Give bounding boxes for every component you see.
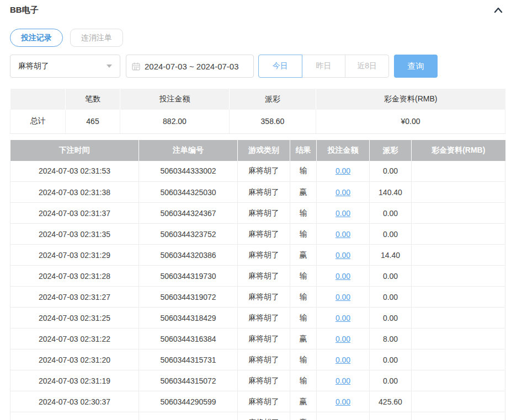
bet-amount-link[interactable]: 0.00 [335,314,350,322]
cell-order-number: 5060344315731 [139,349,238,370]
cell-result: 赢 [290,329,317,349]
cell-order-number: 5060344319072 [139,287,238,308]
table-row: 2024-07-03 02:31:37 5060344324367 麻将胡了 输… [10,203,505,224]
cell-order-number: 5060344323752 [139,224,238,245]
cell-order-number: 5060344280634 [139,412,238,420]
cell-payout: 425.60 [370,391,412,412]
bet-amount-link[interactable]: 0.00 [335,356,350,364]
cell-game-category: 麻将胡了 [238,287,290,308]
cell-jackpot [412,329,505,349]
summary-total-jackpot: ¥0.00 [316,110,505,133]
cell-payout: -0.50 [370,412,412,420]
cell-order-number: 5060344324367 [139,203,238,224]
cell-bet-time: 2024-07-03 02:30:21 [10,412,139,420]
summary-total-row: 总计 465 882.00 358.60 ¥0.00 [10,110,505,133]
cell-payout: 0.00 [370,224,412,245]
cell-bet-amount: 0.00 [317,287,370,308]
cell-game-category: 麻将胡了 [238,308,290,329]
cell-payout: 0.00 [370,203,412,224]
table-row: 2024-07-03 02:31:25 5060344318429 麻将胡了 输… [10,308,505,329]
bet-amount-link[interactable]: 0.00 [335,251,350,260]
cell-bet-amount: 0.00 [317,370,370,391]
cell-bet-amount: 0.00 [317,391,370,412]
cell-game-category: 麻将胡了 [238,329,290,349]
cell-order-number: 5060344333002 [139,161,238,182]
cell-result: 输 [290,308,317,329]
date-range-value: 2024-07-03 ~ 2024-07-03 [145,62,239,71]
summary-total-bet: 882.00 [120,110,230,133]
record-type-tabs: 投注记录 连消注单 [10,29,506,47]
panel-title: BB电子 [10,5,39,15]
records-header-jackpot: 彩金资料(RMB) [412,140,505,161]
cell-bet-time: 2024-07-03 02:31:25 [10,308,139,329]
cell-bet-amount: 0.00 [317,161,370,182]
bet-amount-link[interactable]: 0.00 [335,166,350,175]
quick-range-today[interactable]: 今日 [258,55,302,78]
summary-header-jackpot: 彩金资料(RMB) [316,89,505,110]
cell-bet-amount: 0.00 [317,349,370,370]
summary-table: 笔数 投注金额 派彩 彩金资料(RMB) 总计 465 882.00 358.6… [10,89,505,134]
bet-amount-link[interactable]: 0.00 [335,376,350,385]
cell-result: 输 [290,224,317,245]
cell-game-category: 麻将胡了 [238,370,290,391]
cell-jackpot [412,266,505,287]
bet-amount-link[interactable]: 0.00 [335,397,350,406]
bet-amount-link[interactable]: 0.00 [335,188,350,197]
game-select-value: 麻将胡了 [18,61,49,71]
cell-game-category: 麻将胡了 [238,412,290,420]
bet-records-panel: BB电子 投注记录 连消注单 麻将胡了 2024-07-03 ~ 2024-07… [0,0,506,420]
records-header-order: 注单编号 [139,140,238,161]
quick-range-group: 今日 昨日 近8日 [258,55,389,78]
cell-order-number: 5060344315072 [139,370,238,391]
cell-jackpot [412,391,505,412]
cell-result: 赢 [290,412,317,420]
bet-amount-link[interactable]: 0.00 [335,335,350,343]
cell-bet-amount: 0.00 [317,266,370,287]
records-table-body: 2024-07-03 02:31:53 5060344333002 麻将胡了 输… [10,161,505,420]
cell-bet-amount: 0.00 [317,308,370,329]
bet-amount-link[interactable]: 0.00 [335,293,350,301]
cell-jackpot [412,203,505,224]
cell-jackpot [412,245,505,266]
collapse-panel-button[interactable] [492,4,505,15]
table-row: 2024-07-03 02:31:38 5060344325030 麻将胡了 赢… [10,182,505,203]
cell-payout: 0.00 [370,308,412,329]
summary-header-count: 笔数 [66,89,120,110]
cell-order-number: 5060344290599 [139,391,238,412]
table-row: 2024-07-03 02:31:27 5060344319072 麻将胡了 输… [10,287,505,308]
bet-amount-link[interactable]: 0.00 [335,272,350,281]
quick-range-yesterday[interactable]: 昨日 [302,55,346,78]
cell-order-number: 5060344316384 [139,329,238,349]
bet-amount-link[interactable]: 0.00 [335,230,350,239]
cell-jackpot [412,161,505,182]
summary-header-payout: 派彩 [230,89,316,110]
summary-total-count: 465 [66,110,120,133]
search-button[interactable]: 查询 [394,55,438,78]
cell-game-category: 麻将胡了 [238,182,290,203]
tab-bet-records[interactable]: 投注记录 [10,29,63,47]
caret-down-icon [106,64,112,68]
date-range-input[interactable]: 2024-07-03 ~ 2024-07-03 [126,55,254,78]
cell-jackpot [412,182,505,203]
records-header-payout: 派彩 [370,140,412,161]
table-row: 2024-07-03 02:31:29 5060344320386 麻将胡了 赢… [10,245,505,266]
cell-bet-amount: 0.00 [317,203,370,224]
bet-amount-link[interactable]: 0.00 [335,209,350,218]
chevron-up-icon [493,6,503,14]
quick-range-last8days[interactable]: 近8日 [345,55,389,78]
game-select[interactable]: 麻将胡了 [10,55,120,78]
summary-header-bet: 投注金额 [120,89,230,110]
records-header-row: 下注时间 注单编号 游戏类别 结果 投注金额 派彩 彩金资料(RMB) [10,140,505,161]
records-header-time: 下注时间 [10,140,139,161]
cell-bet-time: 2024-07-03 02:31:37 [10,203,139,224]
cell-result: 输 [290,203,317,224]
bet-amount-link[interactable]: 2.00 [335,418,350,420]
cell-result: 输 [290,266,317,287]
tab-cancelled-orders[interactable]: 连消注单 [70,29,123,47]
cell-result: 赢 [290,391,317,412]
summary-total-payout: 358.60 [230,110,316,133]
cell-result: 输 [290,370,317,391]
table-row: 2024-07-03 02:31:22 5060344316384 麻将胡了 赢… [10,329,505,349]
cell-game-category: 麻将胡了 [238,161,290,182]
cell-jackpot [412,308,505,329]
